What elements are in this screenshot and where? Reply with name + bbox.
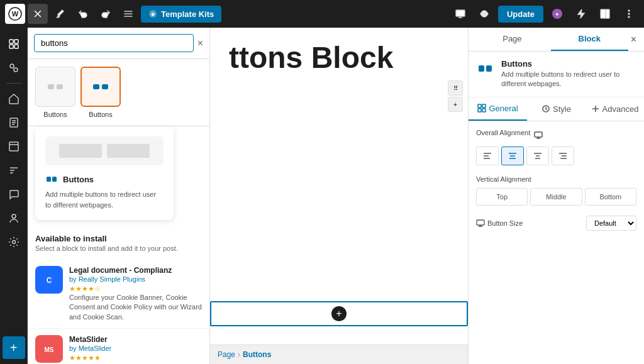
align-center-left-button[interactable]: [501, 146, 524, 165]
plugin-item-complianz[interactable]: C Legal document - Complianz by Really S…: [28, 260, 209, 329]
button-size-label: Button Size: [476, 219, 523, 228]
svg-rect-13: [9, 40, 13, 43]
brush-icon-button[interactable]: [50, 4, 70, 24]
align-left-button[interactable]: [476, 146, 499, 165]
breadcrumb-home[interactable]: Page: [218, 350, 235, 359]
plugin-info-complianz: Legal document - Complianz by Really Sim…: [69, 266, 202, 322]
close-button[interactable]: [28, 4, 48, 24]
redo-button[interactable]: [96, 4, 116, 24]
sub-tab-general[interactable]: General: [469, 97, 527, 121]
svg-point-17: [10, 64, 14, 68]
sidebar-item-blocks[interactable]: [3, 33, 25, 55]
svg-rect-4: [456, 10, 465, 16]
settings-area: Overall Alignment Vertical Alignment: [469, 121, 644, 238]
sub-tab-advanced[interactable]: Advanced: [586, 97, 644, 121]
block-label-default: Buttons: [43, 111, 67, 118]
sidebar-item-home[interactable]: [3, 87, 25, 110]
plugin-author-complianz: by Really Simple Plugins: [69, 275, 202, 283]
row-ctrl-1[interactable]: ⠿: [448, 80, 463, 96]
breadcrumb: Page › Buttons: [210, 345, 468, 364]
block-info: Buttons Add multiple buttons to redirect…: [469, 52, 644, 97]
update-button[interactable]: Update: [498, 6, 543, 23]
svg-text:MS: MS: [45, 346, 54, 353]
add-block-button[interactable]: +: [3, 336, 25, 359]
left-sidebar: +: [0, 28, 28, 364]
svg-text:✦: ✦: [555, 11, 560, 18]
sidebar-item-templates[interactable]: [3, 135, 25, 158]
svg-point-22: [12, 241, 15, 244]
desktop-view-button[interactable]: [450, 4, 470, 24]
canvas-heading: ttons Block: [210, 28, 468, 75]
block-grid: Buttons Buttons: [28, 59, 209, 126]
plugin-item-metaslider[interactable]: MS MetaSlider by MetaSlider ★★★★★ The be…: [28, 329, 209, 364]
size-monitor-icon: [476, 219, 485, 228]
valign-top-button[interactable]: Top: [476, 188, 528, 206]
vertical-alignment-label: Vertical Alignment: [476, 175, 636, 183]
tooltip-icon-row: Buttons: [45, 173, 164, 185]
svg-text:★: ★: [150, 11, 156, 18]
valign-bottom-button[interactable]: Bottom: [585, 188, 636, 206]
btn-preview-1: [59, 144, 102, 158]
row-ctrl-2[interactable]: +: [448, 97, 463, 112]
plugin-stars-complianz: ★★★★☆: [69, 285, 202, 293]
panels-button[interactable]: [595, 4, 615, 24]
block-item-buttons-selected[interactable]: Buttons: [80, 67, 121, 118]
valign-middle-button[interactable]: Middle: [530, 188, 582, 206]
preview-button[interactable]: [474, 4, 494, 24]
sub-tab-style[interactable]: Style: [527, 97, 586, 121]
menu-button[interactable]: [118, 4, 138, 24]
more-options-button[interactable]: [619, 4, 639, 24]
plugin-stars-metaslider: ★★★★★: [69, 354, 202, 362]
plugin-list: C Legal document - Complianz by Really S…: [28, 260, 209, 364]
plus-circle-button[interactable]: +: [331, 306, 347, 321]
svg-rect-42: [482, 109, 486, 112]
available-title: Available to install: [35, 234, 202, 243]
sidebar-bottom: +: [3, 336, 25, 359]
svg-rect-9: [601, 9, 609, 18]
button-size-select[interactable]: Default: [586, 216, 636, 231]
svg-rect-24: [57, 84, 63, 89]
plugin-info-metaslider: MetaSlider by MetaSlider ★★★★★ The best …: [69, 335, 202, 364]
sidebar-item-user[interactable]: [3, 207, 25, 229]
sparkle-button[interactable]: ✦: [547, 4, 567, 24]
sidebar-item-patterns[interactable]: [3, 57, 25, 79]
block-info-icon: [476, 59, 495, 78]
svg-point-5: [483, 13, 486, 15]
block-item-buttons-default[interactable]: Buttons: [35, 67, 75, 118]
align-center-button[interactable]: [526, 146, 549, 165]
search-clear-button[interactable]: ×: [197, 38, 203, 48]
sidebar-item-comments[interactable]: [3, 183, 25, 206]
plugin-desc-complianz: Configure your Cookie Banner, Cookie Con…: [69, 293, 202, 322]
plugin-icon-metaslider: MS: [35, 335, 63, 363]
svg-rect-44: [535, 132, 542, 137]
lightning-button[interactable]: [571, 4, 591, 24]
block-icon-default: [35, 67, 75, 107]
tab-block[interactable]: Block: [551, 28, 628, 51]
sidebar-divider: [6, 83, 21, 84]
inserter-panel: × Buttons Butto: [28, 28, 210, 364]
svg-rect-16: [14, 45, 18, 48]
alignment-group: [476, 146, 636, 165]
svg-rect-27: [47, 177, 51, 182]
tooltip-desc: Add multiple buttons to redirect user to…: [45, 189, 164, 210]
tooltip-block-icon: [45, 173, 58, 185]
align-right-button[interactable]: [552, 146, 574, 165]
template-kits-button[interactable]: ★ Template Kits: [141, 6, 221, 23]
tooltip-popup: Buttons Add multiple buttons to redirect…: [35, 126, 174, 220]
sidebar-item-pages[interactable]: [3, 111, 25, 134]
tab-page[interactable]: Page: [474, 28, 551, 51]
svg-rect-23: [48, 84, 54, 89]
top-bar-right: Update ✦: [450, 4, 639, 24]
canvas-inner: ttons Block ⠿ + +: [210, 28, 468, 364]
undo-button[interactable]: [73, 4, 93, 24]
block-title: Buttons: [501, 59, 636, 69]
panel-tabs: Page Block ×: [469, 28, 644, 52]
overall-alignment-label: Overall Alignment: [476, 129, 530, 136]
canvas-area: ttons Block ⠿ + + Page › Buttons: [210, 28, 468, 364]
search-input[interactable]: [34, 34, 194, 52]
svg-rect-38: [486, 65, 492, 72]
panel-close-button[interactable]: ×: [628, 31, 639, 48]
tooltip-preview: [45, 136, 164, 165]
sidebar-item-layout[interactable]: [3, 159, 25, 182]
sidebar-item-settings[interactable]: [3, 231, 25, 253]
